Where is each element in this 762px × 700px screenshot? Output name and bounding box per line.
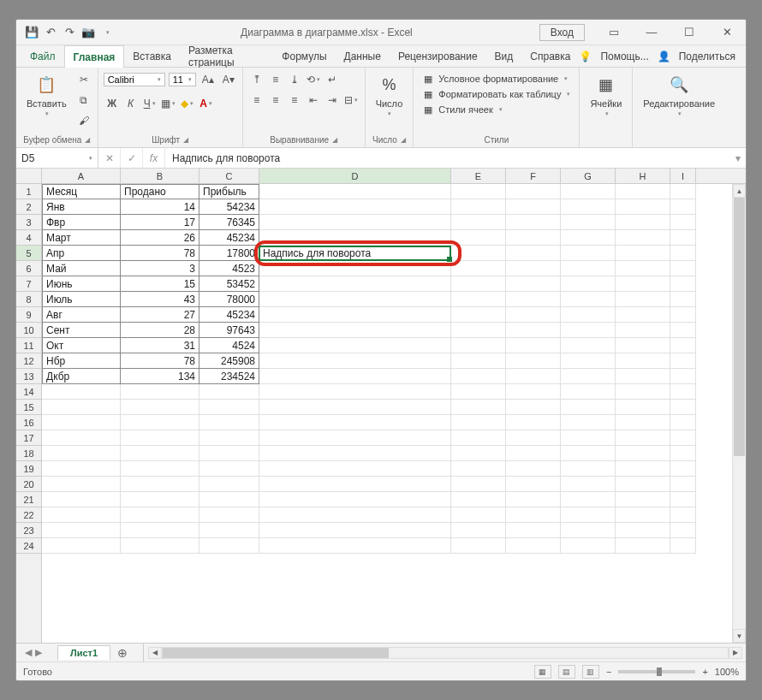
row-header-8[interactable]: 8 <box>16 292 41 307</box>
number-format-button[interactable]: % Число ▾ <box>371 71 408 119</box>
conditional-formatting-button[interactable]: ▦Условное форматирование▾ <box>419 71 571 86</box>
cell[interactable] <box>42 523 121 538</box>
fx-icon[interactable]: fx <box>143 148 165 168</box>
cell[interactable] <box>451 215 506 230</box>
cell[interactable] <box>561 338 616 353</box>
cell[interactable] <box>561 353 616 369</box>
cell[interactable] <box>121 461 199 477</box>
cells-area[interactable]: МесяцПроданоПрибыльЯнв1454234Фвр1776345М… <box>42 184 732 643</box>
cell[interactable] <box>506 461 561 477</box>
cell[interactable] <box>506 230 561 246</box>
cell[interactable] <box>259 538 451 554</box>
cell[interactable] <box>199 446 259 461</box>
cell[interactable] <box>506 507 561 523</box>
cell[interactable] <box>451 507 506 523</box>
row-header-6[interactable]: 6 <box>16 261 41 276</box>
row-header-17[interactable]: 17 <box>16 430 41 446</box>
cell[interactable] <box>670 307 696 323</box>
orientation-icon[interactable]: ⟲▾ <box>305 71 322 88</box>
cell[interactable] <box>616 261 670 276</box>
cell[interactable] <box>670 369 696 384</box>
cell[interactable] <box>616 507 670 523</box>
col-header-C[interactable]: C <box>199 169 259 183</box>
scroll-left-icon[interactable]: ◀ <box>148 647 162 659</box>
login-button[interactable]: Вход <box>539 24 585 41</box>
cell[interactable] <box>561 323 616 338</box>
zoom-out-button[interactable]: − <box>606 667 611 677</box>
cell[interactable]: 45234 <box>199 307 259 323</box>
font-size-combo[interactable]: 11▾ <box>169 73 196 86</box>
row-header-22[interactable]: 22 <box>16 507 41 523</box>
page-layout-view-icon[interactable]: ▤ <box>558 665 575 679</box>
cell[interactable] <box>506 338 561 353</box>
zoom-slider[interactable] <box>618 670 695 673</box>
cell[interactable] <box>451 184 506 199</box>
cell[interactable] <box>506 246 561 261</box>
cell[interactable] <box>259 276 451 292</box>
cell[interactable] <box>121 507 199 523</box>
fill-color-button[interactable]: ◆▾ <box>179 95 196 112</box>
font-launcher-icon[interactable]: ◢ <box>183 136 188 144</box>
undo-icon[interactable]: ↶ <box>44 26 57 39</box>
cell[interactable] <box>121 415 199 430</box>
align-right-icon[interactable]: ≡ <box>286 92 303 109</box>
col-header-F[interactable]: F <box>506 169 561 183</box>
cell[interactable] <box>616 353 670 369</box>
align-top-icon[interactable]: ⤒ <box>248 71 265 88</box>
copy-icon[interactable]: ⧉ <box>75 92 92 109</box>
cell[interactable] <box>670 323 696 338</box>
cell[interactable] <box>616 430 670 446</box>
cell[interactable] <box>259 323 451 338</box>
cell[interactable]: 4524 <box>199 338 259 353</box>
cell[interactable] <box>121 538 199 554</box>
formula-input[interactable]: Надпись для поворота <box>165 148 730 168</box>
cell[interactable] <box>616 538 670 554</box>
cell[interactable] <box>451 353 506 369</box>
row-header-24[interactable]: 24 <box>16 538 41 554</box>
cell[interactable] <box>42 384 121 400</box>
cells-button[interactable]: ▦ Ячейки ▾ <box>585 71 627 119</box>
number-launcher-icon[interactable]: ◢ <box>401 136 406 144</box>
cell[interactable] <box>506 215 561 230</box>
scroll-up-icon[interactable]: ▲ <box>733 184 746 198</box>
cell[interactable] <box>616 369 670 384</box>
cell[interactable] <box>616 338 670 353</box>
row-header-11[interactable]: 11 <box>16 338 41 353</box>
cell[interactable] <box>42 430 121 446</box>
wrap-text-icon[interactable]: ↵ <box>324 71 341 88</box>
cell[interactable]: 76345 <box>199 215 259 230</box>
cell[interactable]: Май <box>42 261 121 276</box>
tab-view[interactable]: Вид <box>486 45 522 67</box>
cell[interactable] <box>506 292 561 307</box>
cell[interactable] <box>259 492 451 507</box>
cell[interactable]: Дкбр <box>42 369 121 384</box>
row-header-10[interactable]: 10 <box>16 323 41 338</box>
cell[interactable]: Июнь <box>42 276 121 292</box>
row-header-20[interactable]: 20 <box>16 477 41 492</box>
cell[interactable]: Март <box>42 230 121 246</box>
cell[interactable] <box>451 323 506 338</box>
tab-insert[interactable]: Вставка <box>124 45 180 67</box>
cell[interactable] <box>199 538 259 554</box>
row-header-23[interactable]: 23 <box>16 523 41 538</box>
cell[interactable] <box>561 384 616 400</box>
cell[interactable] <box>259 523 451 538</box>
cell[interactable] <box>616 184 670 199</box>
bold-button[interactable]: Ж <box>104 95 121 112</box>
cell[interactable] <box>506 384 561 400</box>
row-header-16[interactable]: 16 <box>16 415 41 430</box>
cell[interactable] <box>259 215 451 230</box>
cell[interactable]: 134 <box>121 369 199 384</box>
clipboard-launcher-icon[interactable]: ◢ <box>85 136 90 144</box>
minimize-button[interactable]: — <box>633 20 670 45</box>
cell[interactable] <box>616 415 670 430</box>
cell[interactable]: 31 <box>121 338 199 353</box>
row-header-7[interactable]: 7 <box>16 276 41 292</box>
cell[interactable] <box>259 400 451 415</box>
cell[interactable] <box>451 199 506 215</box>
cell[interactable] <box>670 246 696 261</box>
align-launcher-icon[interactable]: ◢ <box>332 136 337 144</box>
cell[interactable]: 28 <box>121 323 199 338</box>
qat-dropdown-icon[interactable]: ▾ <box>100 26 114 39</box>
cell[interactable]: 53452 <box>199 276 259 292</box>
